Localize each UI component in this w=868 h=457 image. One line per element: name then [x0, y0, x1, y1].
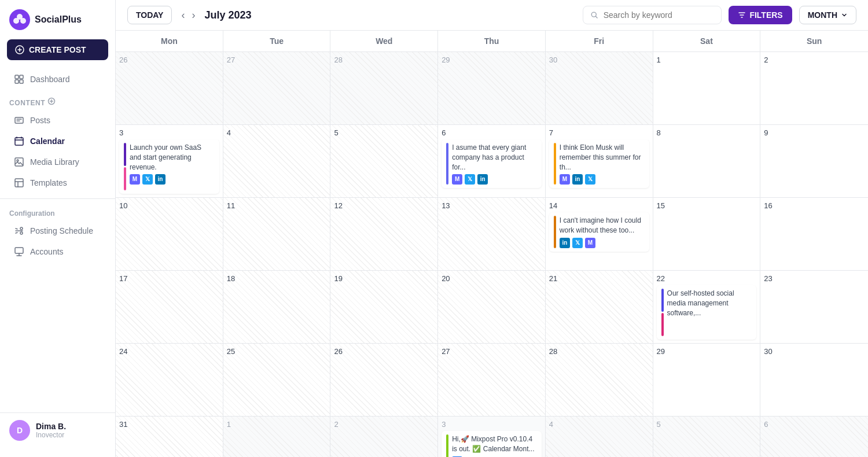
calendar-cell[interactable]: 27 — [438, 344, 546, 417]
calendar-cell[interactable]: 3Hi,🚀 Mixpost Pro v0.10.4 is out. ✅ Cale… — [438, 417, 546, 457]
search-input[interactable] — [604, 10, 715, 20]
event-card[interactable]: Our self-hosted social media management … — [657, 285, 757, 340]
next-month-button[interactable]: › — [189, 8, 197, 23]
calendar-cell[interactable]: 9 — [760, 125, 868, 198]
svg-rect-10 — [15, 117, 23, 123]
content-add-icon[interactable] — [47, 97, 56, 105]
cell-date: 20 — [442, 274, 542, 283]
sidebar-item-calendar[interactable]: Calendar — [5, 131, 111, 151]
create-post-button[interactable]: CREATE POST — [7, 39, 108, 60]
event-card[interactable]: Launch your own SaaS and start generatin… — [119, 139, 219, 194]
month-select-button[interactable]: MONTH — [799, 6, 856, 24]
cell-date: 3 — [442, 420, 542, 429]
svg-rect-11 — [15, 138, 23, 145]
event-card[interactable]: I think Elon Musk will remember this sum… — [549, 139, 649, 188]
calendar-cell[interactable]: 26 — [330, 344, 438, 417]
cell-date: 7 — [549, 128, 649, 137]
cell-date: 17 — [119, 274, 219, 283]
calendar-cell[interactable]: 21 — [546, 271, 653, 344]
calendar-cell[interactable]: 5 — [653, 417, 761, 457]
svg-rect-14 — [15, 179, 23, 187]
calendar-cell[interactable]: 25 — [223, 344, 331, 417]
event-bar — [554, 216, 556, 248]
calendar-cell[interactable]: 28 — [330, 52, 438, 125]
calendar-cell[interactable]: 27 — [223, 52, 331, 125]
event-card[interactable]: I can't imagine how I could work without… — [549, 212, 649, 252]
calendar-cell[interactable]: 19 — [330, 271, 438, 344]
calendar-header-cell: Mon — [116, 31, 223, 51]
calendar-cell[interactable]: 30 — [760, 344, 868, 417]
calendar-cell[interactable]: 4 — [223, 125, 331, 198]
calendar-header-cell: Sun — [760, 31, 868, 51]
calendar-cell[interactable]: 30 — [546, 52, 653, 125]
media-library-icon — [14, 157, 24, 167]
logo-icon — [9, 9, 30, 30]
calendar-cell[interactable]: 14I can't imagine how I could work witho… — [546, 198, 653, 271]
event-text: I think Elon Musk will remember this sum… — [560, 143, 645, 185]
event-bar-column — [554, 143, 556, 185]
cell-date: 14 — [549, 201, 649, 210]
search-icon — [590, 10, 598, 20]
event-bar — [554, 143, 556, 185]
mastodon-icon: M — [452, 174, 462, 185]
calendar-cell[interactable]: 1 — [653, 52, 761, 125]
user-profile[interactable]: D Dima B. Inovector — [0, 412, 115, 448]
event-card[interactable]: I asume that every giant company has a p… — [442, 139, 542, 188]
calendar-cell[interactable]: 13 — [438, 198, 546, 271]
calendar-cell[interactable]: 28 — [546, 344, 653, 417]
svg-point-15 — [20, 227, 23, 230]
calendar-cell[interactable]: 29 — [438, 52, 546, 125]
posting-schedule-icon — [14, 226, 24, 236]
event-bar-column — [446, 434, 448, 457]
calendar-cell[interactable]: 1 — [223, 417, 331, 457]
cell-date: 1 — [657, 56, 757, 64]
prev-month-button[interactable]: ‹ — [179, 8, 187, 23]
sidebar-divider — [0, 198, 115, 199]
cell-date: 29 — [442, 56, 542, 64]
event-card[interactable]: Hi,🚀 Mixpost Pro v0.10.4 is out. ✅ Calen… — [442, 431, 542, 457]
sidebar-item-posting-schedule[interactable]: Posting Schedule — [5, 221, 111, 241]
nav-arrows: ‹ › — [179, 8, 197, 23]
calendar-cell[interactable]: 2 — [330, 417, 438, 457]
calendar-cell[interactable]: 8 — [653, 125, 761, 198]
calendar-header-cell: Wed — [330, 31, 438, 51]
calendar-cell[interactable]: 18 — [223, 271, 331, 344]
cell-date: 4 — [549, 420, 649, 429]
calendar-cell[interactable]: 6 — [760, 417, 868, 457]
calendar-cell[interactable]: 26 — [116, 52, 223, 125]
filters-button[interactable]: FILTERS — [729, 6, 792, 24]
calendar-cell[interactable]: 16 — [760, 198, 868, 271]
calendar-cell[interactable]: 6I asume that every giant company has a … — [438, 125, 546, 198]
sidebar-item-templates[interactable]: Templates — [5, 173, 111, 193]
mastodon-icon: M — [130, 174, 140, 185]
calendar-cell[interactable]: 5 — [330, 125, 438, 198]
cell-date: 22 — [657, 274, 757, 283]
calendar-cell[interactable]: 11 — [223, 198, 331, 271]
calendar-cell[interactable]: 3Launch your own SaaS and start generati… — [116, 125, 223, 198]
cell-date: 5 — [657, 420, 757, 429]
calendar-cell[interactable]: 20 — [438, 271, 546, 344]
dashboard-icon — [14, 74, 24, 84]
calendar-cell[interactable]: 15 — [653, 198, 761, 271]
calendar-cell[interactable]: 29 — [653, 344, 761, 417]
calendar-cell[interactable]: 7I think Elon Musk will remember this su… — [546, 125, 653, 198]
calendar-cell[interactable]: 17 — [116, 271, 223, 344]
calendar-cell[interactable]: 10 — [116, 198, 223, 271]
sidebar-item-dashboard[interactable]: Dashboard — [5, 69, 111, 89]
calendar-cell[interactable]: 31 — [116, 417, 223, 457]
sidebar-item-posts[interactable]: Posts — [5, 110, 111, 130]
calendar-cell[interactable]: 22Our self-hosted social media managemen… — [653, 271, 761, 344]
today-button[interactable]: TODAY — [127, 6, 172, 24]
calendar-cell[interactable]: 24 — [116, 344, 223, 417]
calendar-cell[interactable]: 4 — [546, 417, 653, 457]
cell-date: 2 — [764, 56, 865, 64]
calendar-cell[interactable]: 23 — [760, 271, 868, 344]
svg-rect-8 — [20, 80, 23, 83]
cell-date: 6 — [442, 128, 542, 137]
sidebar-item-media-library[interactable]: Media Library — [5, 152, 111, 172]
calendar-cell[interactable]: 2 — [760, 52, 868, 125]
sidebar-item-accounts[interactable]: Accounts — [5, 242, 111, 261]
calendar-cell[interactable]: 12 — [330, 198, 438, 271]
event-icons: M𝕏in — [452, 174, 537, 185]
cell-date: 9 — [764, 128, 865, 137]
